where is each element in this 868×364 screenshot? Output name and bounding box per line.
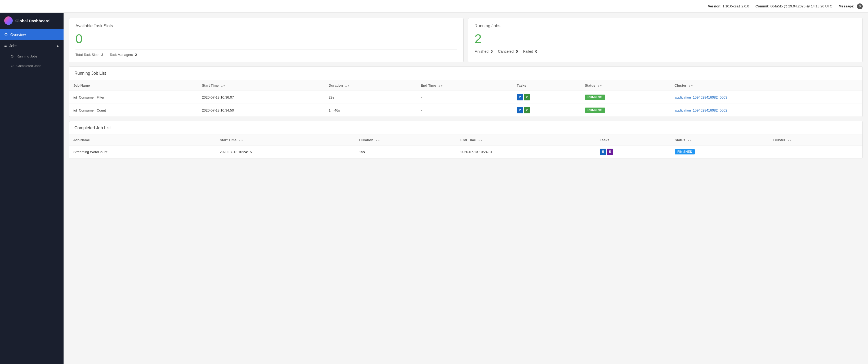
status-cell: FINISHED (671, 146, 769, 158)
completed-jobs-header-row: Job Name Start Time ▲▼ Duration ▲▼ End T… (69, 135, 862, 146)
logo-text: Global Dashboard (16, 19, 50, 23)
cluster-link[interactable]: application_1594628416082_0002 (675, 108, 727, 112)
tasks-cell: 5 5 (595, 146, 671, 158)
completed-jobs-icon: ⊙ (10, 64, 14, 68)
running-jobs-header-row: Job Name Start Time ▲▼ Duration ▲▼ End T… (69, 80, 862, 91)
task-badge-a: 5 (600, 149, 606, 155)
message-label: Message: (839, 4, 854, 8)
total-task-slots-label: Total Task Slots (75, 53, 99, 57)
completed-job-table: Job Name Start Time ▲▼ Duration ▲▼ End T… (69, 135, 862, 158)
finished-stat: Finished 0 (474, 49, 493, 54)
completed-job-list-title: Completed Job List (69, 121, 862, 135)
tasks-cell: 2 2 (513, 104, 581, 117)
table-row: iot_Consumer_Filter 2020-07-13 10:36:07 … (69, 91, 862, 104)
col-tasks: Tasks (513, 80, 581, 91)
running-jobs-icon: ⊙ (10, 54, 14, 58)
task-badge-b: 2 (524, 107, 530, 113)
version-info: Version: 1.10.0-csa1.2.0.0 (708, 4, 749, 8)
col-start-time[interactable]: Start Time ▲▼ (197, 80, 324, 91)
sidebar: Global Dashboard ⊙ Overview ≡ Jobs ▲ ⊙ R… (0, 13, 64, 364)
sidebar-item-running-jobs[interactable]: ⊙ Running Jobs (0, 51, 64, 61)
job-name-cell: iot_Consumer_Filter (69, 91, 197, 104)
running-job-list-title: Running Job List (69, 67, 862, 80)
status-badge: RUNNING (585, 95, 605, 100)
col-end-time[interactable]: End Time ▲▼ (416, 80, 513, 91)
start-time-cell: 2020-07-13 10:34:50 (197, 104, 324, 117)
status-badge: FINISHED (675, 149, 695, 154)
failed-label: Failed (523, 49, 533, 54)
col-duration[interactable]: Duration ▲▼ (355, 135, 456, 146)
col-status[interactable]: Status ▲▼ (671, 135, 769, 146)
end-time-cell: - (416, 104, 513, 117)
commit-value: 664a5f5 @ 29.04.2020 @ 14:13:26 UTC (770, 4, 832, 8)
version-label: Version: (708, 4, 721, 8)
col-end-time[interactable]: End Time ▲▼ (456, 135, 596, 146)
completed-job-list-panel: Completed Job List Job Name Start Time ▲… (69, 121, 863, 158)
task-managers-info: Task Managers 2 (110, 53, 137, 57)
col-cluster[interactable]: Cluster ▲▼ (769, 135, 862, 146)
available-task-slots-title: Available Task Slots (75, 24, 457, 28)
task-badge-b: 5 (607, 149, 613, 155)
message-badge: 0 (857, 3, 863, 9)
col-cluster[interactable]: Cluster ▲▼ (670, 80, 862, 91)
cluster-cell[interactable]: application_1594628416082_0002 (670, 104, 862, 117)
end-time-cell: - (416, 91, 513, 104)
duration-cell: 29s (324, 91, 416, 104)
running-jobs-stats: Finished 0 Canceled 0 Failed 0 (474, 49, 856, 54)
sidebar-item-completed-jobs-label: Completed Jobs (17, 64, 41, 68)
status-badge: RUNNING (585, 108, 605, 113)
running-jobs-card: Running Jobs 2 Finished 0 Canceled 0 Fai… (468, 18, 863, 62)
start-time-cell: 2020-07-13 10:24:15 (216, 146, 355, 158)
col-tasks: Tasks (595, 135, 671, 146)
canceled-value: 0 (516, 49, 518, 54)
task-badge-a: 2 (517, 107, 523, 113)
total-task-slots-info: Total Task Slots 2 (75, 53, 103, 57)
duration-cell: 15s (355, 146, 456, 158)
start-time-cell: 2020-07-13 10:36:07 (197, 91, 324, 104)
finished-label: Finished (474, 49, 489, 54)
sidebar-item-jobs[interactable]: ≡ Jobs ▲ (0, 40, 64, 51)
failed-stat: Failed 0 (523, 49, 537, 54)
tasks-cell: 2 2 (513, 91, 581, 104)
task-managers-label: Task Managers (110, 53, 133, 57)
table-row: iot_Consumer_Count 2020-07-13 10:34:50 1… (69, 104, 862, 117)
sidebar-item-running-jobs-label: Running Jobs (17, 54, 38, 58)
col-job-name: Job Name (69, 80, 197, 91)
status-cell: RUNNING (581, 91, 671, 104)
commit-info: Commit: 664a5f5 @ 29.04.2020 @ 14:13:26 … (755, 4, 832, 8)
top-header: Version: 1.10.0-csa1.2.0.0 Commit: 664a5… (0, 0, 868, 13)
available-task-slots-footer: Total Task Slots 2 Task Managers 2 (75, 49, 457, 57)
running-job-list-panel: Running Job List Job Name Start Time ▲▼ … (69, 66, 863, 117)
col-start-time[interactable]: Start Time ▲▼ (216, 135, 355, 146)
version-value: 1.10.0-csa1.2.0.0 (722, 4, 749, 8)
cards-row: Available Task Slots 0 Total Task Slots … (69, 18, 863, 62)
sidebar-logo: Global Dashboard (0, 13, 64, 29)
canceled-label: Canceled (498, 49, 514, 54)
available-task-slots-value: 0 (75, 32, 457, 46)
available-task-slots-card: Available Task Slots 0 Total Task Slots … (69, 18, 464, 62)
task-badge-a: 2 (517, 94, 523, 100)
cluster-cell (769, 146, 862, 158)
job-name-cell: Streaming WordCount (69, 146, 216, 158)
status-cell: RUNNING (581, 104, 671, 117)
jobs-icon: ≡ (4, 43, 7, 48)
total-task-slots-value: 2 (101, 53, 103, 57)
canceled-stat: Canceled 0 (498, 49, 518, 54)
col-status[interactable]: Status ▲▼ (581, 80, 671, 91)
sidebar-item-overview-label: Overview (10, 33, 59, 37)
sidebar-item-completed-jobs[interactable]: ⊙ Completed Jobs (0, 61, 64, 70)
sidebar-item-overview[interactable]: ⊙ Overview (0, 29, 64, 40)
main-content: Available Task Slots 0 Total Task Slots … (64, 13, 868, 364)
sidebar-item-jobs-label: Jobs (9, 44, 54, 48)
cluster-link[interactable]: application_1594628416082_0003 (675, 95, 727, 99)
job-name-cell: iot_Consumer_Count (69, 104, 197, 117)
running-job-table: Job Name Start Time ▲▼ Duration ▲▼ End T… (69, 80, 862, 117)
overview-icon: ⊙ (4, 32, 8, 37)
task-managers-value: 2 (135, 53, 137, 57)
end-time-cell: 2020-07-13 10:24:31 (456, 146, 596, 158)
running-jobs-value: 2 (474, 32, 856, 46)
col-duration[interactable]: Duration ▲▼ (324, 80, 416, 91)
commit-label: Commit: (755, 4, 770, 8)
jobs-arrow-icon: ▲ (56, 44, 59, 48)
cluster-cell[interactable]: application_1594628416082_0003 (670, 91, 862, 104)
